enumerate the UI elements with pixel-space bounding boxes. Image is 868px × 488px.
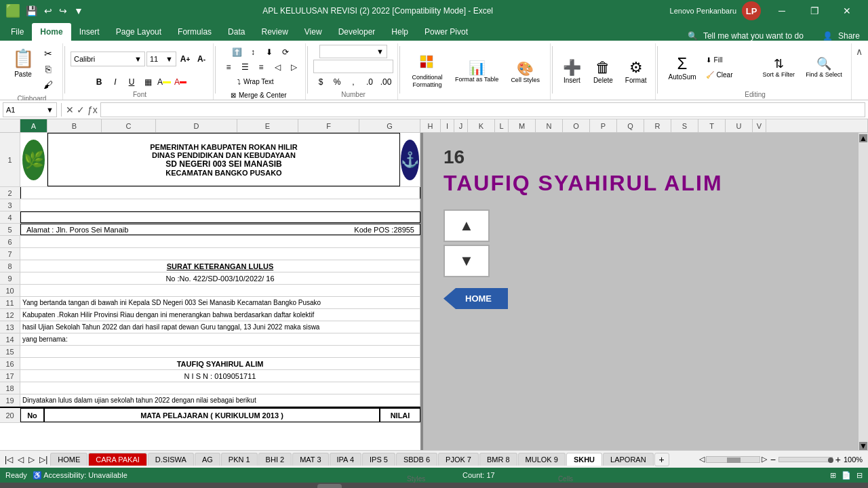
col-header-n[interactable]: N xyxy=(536,119,563,132)
cut-button[interactable]: ✂ xyxy=(41,46,56,61)
tab-file[interactable]: File xyxy=(3,23,32,41)
home-button[interactable]: HOME xyxy=(443,288,508,309)
sheet-tab-mat3[interactable]: MAT 3 xyxy=(292,453,328,466)
sheet-tab-home[interactable]: HOME xyxy=(50,453,87,466)
col-header-o[interactable]: O xyxy=(563,119,590,132)
col-header-k[interactable]: K xyxy=(468,119,495,132)
col-header-t[interactable]: T xyxy=(698,119,726,132)
add-sheet-button[interactable]: + xyxy=(654,453,669,466)
sheet-tab-bmr8[interactable]: BMR 8 xyxy=(479,453,517,466)
start-button[interactable] xyxy=(5,485,28,488)
cancel-formula-icon[interactable]: ✕ xyxy=(66,104,74,115)
tab-power-pivot[interactable]: Power Pivot xyxy=(416,23,476,41)
sheet-nav-first[interactable]: |◁ xyxy=(3,455,15,464)
sheet-tab-ag[interactable]: AG xyxy=(195,453,220,466)
increase-decimal-button[interactable]: .00 xyxy=(378,75,393,89)
grow-font-button[interactable]: A+ xyxy=(178,52,193,66)
tab-formulas[interactable]: Formulas xyxy=(170,23,220,41)
redo-icon[interactable]: ↪ xyxy=(56,4,70,18)
currency-button[interactable]: $ xyxy=(313,75,328,89)
col-header-d[interactable]: D xyxy=(156,119,237,132)
format-painter-button[interactable]: 🖌 xyxy=(41,77,56,92)
italic-button[interactable]: I xyxy=(108,75,123,89)
number-format-dropdown[interactable]: ▼ xyxy=(319,45,387,58)
wrap-text-button[interactable]: ⤵ Wrap Text xyxy=(234,75,288,88)
zoom-out-button[interactable]: − xyxy=(770,454,776,465)
hscroll-track[interactable] xyxy=(706,456,760,463)
nav-down-button[interactable]: ▼ xyxy=(443,245,490,277)
font-name-dropdown[interactable]: Calibri ▼ xyxy=(71,52,145,66)
close-button[interactable]: ✕ xyxy=(831,1,863,20)
sheet-nav-last[interactable]: ▷| xyxy=(37,455,50,464)
minimize-button[interactable]: ─ xyxy=(766,1,797,20)
merge-center-button[interactable]: ⊠ Merge & Center xyxy=(227,88,295,102)
align-middle-button[interactable]: ↕ xyxy=(245,45,260,60)
paste-button[interactable]: 📋 Paste xyxy=(8,46,38,80)
cell-styles-button[interactable]: 🎨 Cell Styles xyxy=(506,57,545,87)
word-icon[interactable]: 📝 xyxy=(203,484,228,488)
col-header-h[interactable]: H xyxy=(420,119,441,132)
conditional-formatting-button[interactable]: ConditionalFormatting xyxy=(407,51,447,92)
percent-button[interactable]: % xyxy=(330,75,344,89)
format-button[interactable]: ⚙ Format xyxy=(620,52,652,92)
sheet-tab-bhi2[interactable]: BHI 2 xyxy=(258,453,292,466)
decrease-indent-button[interactable]: ◁ xyxy=(270,60,285,75)
sheet-nav-next[interactable]: ▷ xyxy=(26,455,37,464)
scrollbar-down[interactable]: ▼ xyxy=(859,442,867,450)
fill-color-button[interactable]: A xyxy=(157,75,172,89)
edge-icon[interactable]: 🌐 xyxy=(90,484,114,488)
view-normal-icon[interactable]: ⊞ xyxy=(830,471,836,480)
undo-icon[interactable]: ↩ xyxy=(41,4,55,18)
search-label[interactable]: Tell me what you want to do xyxy=(703,31,804,41)
align-center-button[interactable]: ☰ xyxy=(237,60,252,75)
nav-up-button[interactable]: ▲ xyxy=(443,209,490,242)
tab-home[interactable]: Home xyxy=(32,23,71,41)
fill-button[interactable]: ⬇ Fill xyxy=(703,53,757,66)
bold-button[interactable]: B xyxy=(92,75,106,89)
excel-taskbar-icon[interactable]: 📊 xyxy=(317,484,342,488)
text-angle-button[interactable]: ⟳ xyxy=(278,45,293,60)
sheet-tab-sbdb6[interactable]: SBDB 6 xyxy=(396,453,437,466)
sheet-tab-cara-pakai[interactable]: CARA PAKAI xyxy=(88,453,147,466)
firefox-icon[interactable]: 🦊 xyxy=(175,484,199,488)
col-header-j[interactable]: J xyxy=(454,119,468,132)
sheet-tab-ipa4[interactable]: IPA 4 xyxy=(330,453,361,466)
zoom-in-button[interactable]: + xyxy=(835,454,841,465)
media-icon[interactable]: 🎵 xyxy=(346,484,370,488)
confirm-formula-icon[interactable]: ✓ xyxy=(77,104,85,115)
decrease-decimal-button[interactable]: .0 xyxy=(362,75,377,89)
tab-help[interactable]: Help xyxy=(383,23,416,41)
maximize-button[interactable]: ❐ xyxy=(799,1,830,20)
shrink-font-button[interactable]: A- xyxy=(194,52,209,66)
clock[interactable]: 9:38 AM 6/11/2022 xyxy=(770,486,804,488)
search-taskbar-button[interactable]: 🔍 xyxy=(33,484,57,488)
collapse-ribbon-button[interactable]: ∧ xyxy=(853,43,865,100)
save-icon[interactable]: 💾 xyxy=(23,4,40,18)
col-header-a[interactable]: A xyxy=(20,119,47,132)
view-page-layout-icon[interactable]: 📄 xyxy=(842,471,851,480)
settings-icon[interactable]: ⚙ xyxy=(289,484,313,488)
align-top-button[interactable]: ⬆️ xyxy=(229,45,244,60)
insert-button[interactable]: ➕ Insert xyxy=(558,52,586,92)
col-header-q[interactable]: Q xyxy=(617,119,644,132)
col-header-m[interactable]: M xyxy=(509,119,536,132)
user-avatar[interactable]: LP xyxy=(742,1,761,20)
col-header-u[interactable]: U xyxy=(726,119,753,132)
increase-indent-button[interactable]: ▷ xyxy=(286,60,301,75)
sheet-tab-pkn1[interactable]: PKN 1 xyxy=(221,453,258,466)
col-header-l[interactable]: L xyxy=(495,119,509,132)
customize-icon[interactable]: ▼ xyxy=(71,4,86,18)
cell-a1[interactable]: 🌿 xyxy=(20,133,47,186)
find-select-button[interactable]: 🔍 Find & Select xyxy=(801,47,847,87)
explorer-icon[interactable]: 📁 xyxy=(118,484,142,488)
tab-page-layout[interactable]: Page Layout xyxy=(108,23,170,41)
copy-button[interactable]: ⎘ xyxy=(41,62,56,77)
tab-developer[interactable]: Developer xyxy=(330,23,384,41)
taskview-button[interactable]: ⬛ xyxy=(61,484,85,488)
sheet-nav-prev[interactable]: ◁ xyxy=(16,455,26,464)
tab-insert[interactable]: Insert xyxy=(71,23,108,41)
tab-review[interactable]: Review xyxy=(253,23,296,41)
col-header-v[interactable]: V xyxy=(753,119,766,132)
col-header-p[interactable]: P xyxy=(590,119,617,132)
sort-filter-button[interactable]: ⇅ Sort & Filter xyxy=(758,47,800,87)
